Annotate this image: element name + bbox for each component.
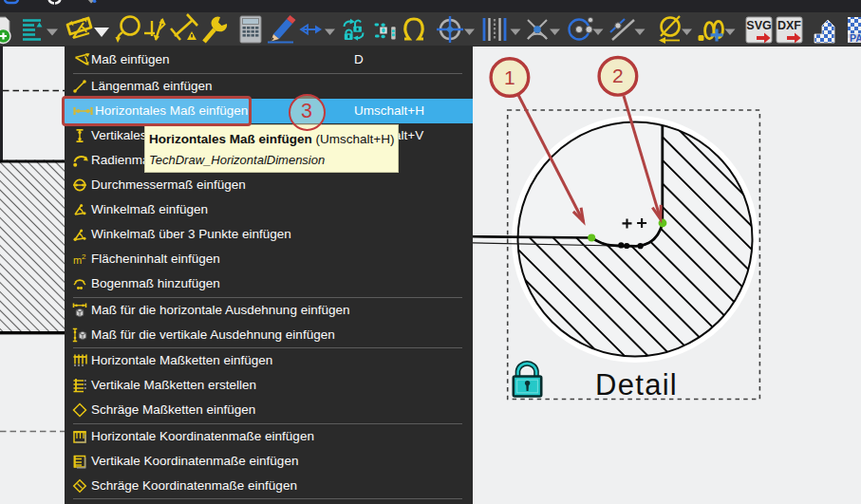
svg-text:DXF: DXF [777,19,801,32]
svg-text:SVG: SVG [746,19,771,32]
svg-text:2: 2 [612,65,624,86]
svg-text:PAT: PAT [850,32,861,44]
svg-text:1: 1 [504,66,515,88]
svg-text:2: 2 [82,252,86,261]
svg-text:Detail: Detail [595,368,678,401]
svg-text:m: m [73,254,82,266]
